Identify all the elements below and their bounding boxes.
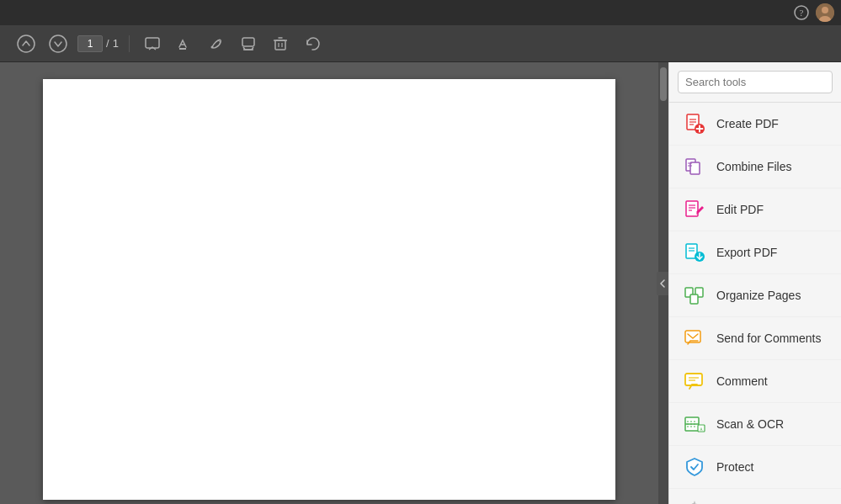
create-pdf-label: Create PDF bbox=[716, 117, 779, 130]
organize-pages-icon bbox=[683, 284, 706, 307]
comment-tool-button[interactable] bbox=[140, 31, 165, 56]
search-bar bbox=[669, 62, 841, 103]
combine-files-label: Combine Files bbox=[716, 160, 791, 173]
page-number-input[interactable] bbox=[77, 35, 103, 52]
tool-item-more-tools[interactable]: More Tools bbox=[669, 489, 841, 504]
page-down-button[interactable] bbox=[45, 31, 71, 56]
svg-rect-41 bbox=[690, 294, 698, 304]
tool-item-organize-pages[interactable]: Organize Pages bbox=[669, 274, 841, 317]
right-panel: Create PDF Combine Files bbox=[668, 62, 841, 504]
tool-item-create-pdf[interactable]: Create PDF bbox=[669, 103, 841, 146]
more-tools-icon bbox=[683, 498, 706, 504]
combine-files-icon bbox=[683, 155, 706, 178]
edit-pdf-icon bbox=[683, 198, 706, 221]
svg-point-10 bbox=[210, 45, 213, 48]
search-tools-input[interactable] bbox=[678, 71, 833, 93]
undo-tool-button[interactable] bbox=[300, 31, 325, 56]
collapse-panel-button[interactable] bbox=[657, 272, 668, 295]
scan-ocr-label: Scan & OCR bbox=[716, 417, 784, 431]
svg-text:A: A bbox=[700, 427, 702, 432]
tool-item-send-for-comments[interactable]: Send for Comments bbox=[669, 317, 841, 360]
protect-label: Protect bbox=[716, 460, 753, 474]
svg-rect-11 bbox=[242, 38, 254, 46]
export-pdf-label: Export PDF bbox=[716, 246, 777, 259]
send-for-comments-label: Send for Comments bbox=[716, 332, 822, 345]
tool-item-edit-pdf[interactable]: Edit PDF bbox=[669, 188, 841, 231]
document-area[interactable] bbox=[0, 62, 658, 504]
svg-point-3 bbox=[822, 7, 828, 13]
scrollbar-thumb[interactable] bbox=[660, 67, 667, 101]
edit-pdf-label: Edit PDF bbox=[716, 203, 764, 216]
tool-item-comment[interactable]: Comment bbox=[669, 360, 841, 403]
scan-ocr-icon: A bbox=[683, 412, 706, 436]
protect-icon bbox=[683, 455, 706, 479]
comment-label: Comment bbox=[716, 374, 768, 388]
create-pdf-icon bbox=[683, 112, 706, 135]
tool-item-combine-files[interactable]: Combine Files bbox=[669, 146, 841, 188]
stamp-tool-button[interactable] bbox=[236, 31, 261, 56]
delete-tool-button[interactable] bbox=[268, 31, 293, 56]
highlight-tool-button[interactable] bbox=[172, 31, 197, 56]
svg-rect-7 bbox=[146, 38, 159, 48]
page-total: 1 bbox=[113, 37, 119, 50]
tool-item-export-pdf[interactable]: Export PDF bbox=[669, 231, 841, 274]
avatar[interactable] bbox=[816, 3, 834, 22]
send-for-comments-icon bbox=[683, 326, 706, 350]
svg-rect-29 bbox=[686, 201, 698, 216]
organize-pages-label: Organize Pages bbox=[716, 289, 801, 302]
help-icon[interactable]: ? bbox=[792, 3, 811, 22]
toolbar: / 1 bbox=[0, 25, 841, 62]
page-separator: / bbox=[106, 37, 109, 50]
svg-rect-43 bbox=[685, 374, 702, 385]
svg-rect-26 bbox=[690, 162, 700, 174]
tools-list: Create PDF Combine Files bbox=[669, 103, 841, 504]
document-page bbox=[43, 79, 615, 500]
tool-item-scan-ocr[interactable]: A Scan & OCR bbox=[669, 403, 841, 446]
draw-tool-button[interactable] bbox=[204, 31, 229, 56]
tool-item-protect[interactable]: Protect bbox=[669, 446, 841, 489]
svg-point-5 bbox=[18, 35, 35, 52]
export-pdf-icon bbox=[683, 241, 706, 264]
page-indicator: / 1 bbox=[77, 35, 119, 52]
page-up-button[interactable] bbox=[13, 31, 39, 56]
comment-icon bbox=[683, 369, 706, 393]
top-bar: ? bbox=[0, 0, 841, 25]
svg-text:?: ? bbox=[800, 8, 804, 18]
main-content: Create PDF Combine Files bbox=[0, 62, 841, 504]
svg-point-6 bbox=[50, 35, 67, 52]
toolbar-divider-1 bbox=[129, 35, 130, 52]
svg-rect-13 bbox=[275, 40, 285, 50]
